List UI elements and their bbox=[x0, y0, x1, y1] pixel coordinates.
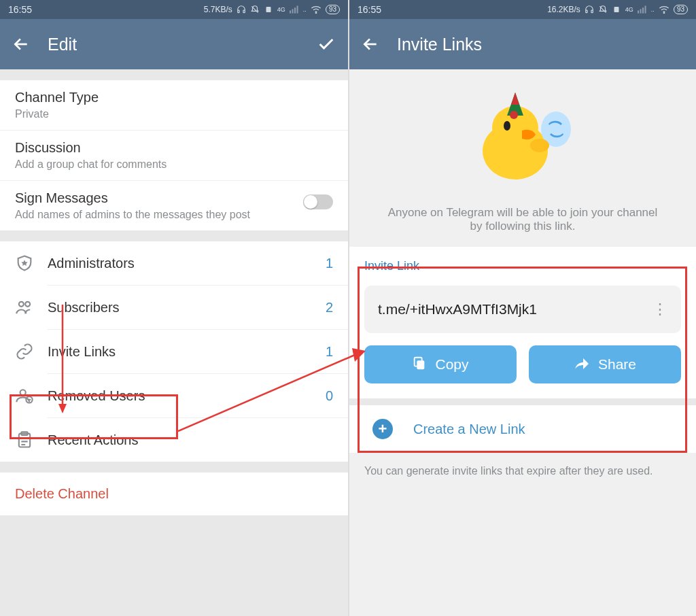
people-icon bbox=[15, 298, 48, 317]
mute-icon bbox=[598, 5, 608, 14]
voice-icon bbox=[264, 5, 273, 14]
shield-icon bbox=[15, 254, 48, 273]
sign-messages-toggle[interactable] bbox=[303, 194, 333, 209]
more-icon[interactable]: ⋮ bbox=[652, 301, 667, 318]
back-icon[interactable] bbox=[12, 35, 30, 53]
share-label: Share bbox=[598, 356, 636, 373]
svg-point-8 bbox=[19, 302, 24, 307]
channel-type-value: Private bbox=[15, 108, 333, 120]
discussion-sub: Add a group chat for comments bbox=[15, 158, 333, 171]
discussion-item[interactable]: Discussion Add a group chat for comments bbox=[0, 131, 348, 180]
svg-point-26 bbox=[504, 121, 510, 131]
invite-links-label: Invite Links bbox=[48, 344, 326, 360]
administrators-count: 1 bbox=[326, 256, 333, 271]
svg-marker-29 bbox=[511, 92, 519, 105]
status-time: 16:55 bbox=[8, 4, 32, 15]
user-remove-icon bbox=[15, 386, 48, 405]
administrators-label: Administrators bbox=[48, 256, 326, 271]
administrators-row[interactable]: Administrators 1 bbox=[0, 241, 348, 285]
invite-link-box[interactable]: t.me/+itHwxA9MTfI3Mjk1 ⋮ bbox=[364, 286, 681, 333]
confirm-icon[interactable] bbox=[317, 35, 336, 54]
status-signal-label2: .. bbox=[303, 6, 307, 13]
svg-point-31 bbox=[530, 139, 549, 152]
mute-icon bbox=[250, 5, 260, 14]
svg-rect-21 bbox=[642, 7, 644, 13]
clipboard-icon bbox=[15, 430, 48, 449]
toolbar: Edit bbox=[0, 19, 348, 69]
svg-point-9 bbox=[25, 302, 30, 307]
battery-indicator: 93 bbox=[674, 5, 688, 14]
signal-icon bbox=[638, 5, 647, 14]
invite-links-count: 1 bbox=[326, 344, 333, 360]
status-time: 16:55 bbox=[358, 4, 381, 15]
status-signal-label: 4G bbox=[625, 6, 633, 13]
hero-section: Anyone on Telegram will be able to join … bbox=[349, 69, 696, 247]
battery-indicator: 93 bbox=[326, 5, 340, 14]
share-icon bbox=[574, 356, 590, 374]
removed-users-count: 0 bbox=[326, 388, 333, 404]
status-bar: 16:55 16.2KB/s 4G .. 93 bbox=[349, 0, 696, 19]
edit-screen: 16:55 5.7KB/s 4G .. 93 Edit Channel Type bbox=[0, 0, 348, 616]
svg-rect-20 bbox=[640, 9, 641, 13]
subscribers-row[interactable]: Subscribers 2 bbox=[0, 286, 348, 329]
removed-users-row[interactable]: Removed Users 0 bbox=[0, 374, 348, 417]
duck-sticker bbox=[472, 88, 574, 190]
invite-links-row[interactable]: Invite Links 1 bbox=[0, 330, 348, 373]
svg-rect-6 bbox=[296, 5, 298, 13]
sign-messages-sub: Add names of admins to the messages they… bbox=[15, 209, 303, 221]
page-title: Edit bbox=[48, 35, 299, 54]
svg-rect-17 bbox=[591, 10, 593, 13]
status-netspeed: 16.2KB/s bbox=[547, 5, 580, 14]
svg-point-10 bbox=[20, 390, 26, 395]
svg-rect-5 bbox=[294, 7, 296, 13]
invite-links-screen: 16:55 16.2KB/s 4G .. 93 Invite Links bbox=[348, 0, 696, 616]
copy-button[interactable]: Copy bbox=[364, 345, 517, 383]
invite-link-card: Invite Link t.me/+itHwxA9MTfI3Mjk1 ⋮ Cop… bbox=[349, 247, 696, 398]
svg-rect-22 bbox=[644, 5, 646, 13]
copy-label: Copy bbox=[435, 356, 468, 373]
svg-rect-0 bbox=[238, 10, 239, 13]
status-signal-label: 4G bbox=[277, 6, 285, 13]
voice-icon bbox=[612, 5, 621, 14]
headphones-icon bbox=[237, 5, 246, 14]
toolbar: Invite Links bbox=[349, 19, 696, 69]
link-icon bbox=[15, 342, 48, 361]
footer-note: You can generate invite links that expir… bbox=[349, 453, 696, 490]
invite-link-url: t.me/+itHwxA9MTfI3Mjk1 bbox=[378, 301, 652, 318]
delete-channel-button[interactable]: Delete Channel bbox=[0, 473, 348, 515]
status-bar: 16:55 5.7KB/s 4G .. 93 bbox=[0, 0, 348, 19]
recent-actions-row[interactable]: Recent Actions bbox=[0, 418, 348, 462]
status-netspeed: 5.7KB/s bbox=[204, 5, 232, 14]
svg-rect-3 bbox=[290, 10, 291, 13]
channel-type-label: Channel Type bbox=[15, 90, 333, 105]
share-button[interactable]: Share bbox=[529, 345, 681, 383]
page-title: Invite Links bbox=[397, 35, 684, 54]
subscribers-label: Subscribers bbox=[48, 300, 326, 315]
headphones-icon bbox=[585, 5, 594, 14]
discussion-label: Discussion bbox=[15, 140, 333, 156]
sign-messages-label: Sign Messages bbox=[15, 190, 303, 206]
copy-icon bbox=[412, 356, 427, 374]
hero-text: Anyone on Telegram will be able to join … bbox=[383, 206, 662, 233]
create-new-link-row[interactable]: + Create a New Link bbox=[349, 405, 696, 453]
svg-rect-19 bbox=[638, 10, 639, 13]
svg-rect-16 bbox=[586, 10, 587, 13]
wifi-icon bbox=[659, 5, 669, 14]
back-icon[interactable] bbox=[362, 35, 379, 53]
recent-actions-label: Recent Actions bbox=[48, 432, 333, 448]
invite-link-title: Invite Link bbox=[364, 259, 681, 273]
svg-point-23 bbox=[663, 13, 664, 14]
subscribers-count: 2 bbox=[326, 300, 333, 315]
channel-type-item[interactable]: Channel Type Private bbox=[0, 80, 348, 130]
svg-rect-1 bbox=[243, 10, 245, 13]
svg-rect-4 bbox=[292, 9, 293, 13]
signal-icon bbox=[290, 5, 299, 14]
svg-rect-32 bbox=[417, 360, 425, 369]
removed-users-label: Removed Users bbox=[48, 388, 326, 404]
wifi-icon bbox=[311, 5, 321, 14]
svg-point-30 bbox=[510, 111, 518, 119]
plus-icon: + bbox=[372, 419, 393, 439]
svg-rect-2 bbox=[266, 7, 271, 12]
sign-messages-item[interactable]: Sign Messages Add names of admins to the… bbox=[0, 181, 348, 230]
svg-point-7 bbox=[315, 13, 316, 14]
